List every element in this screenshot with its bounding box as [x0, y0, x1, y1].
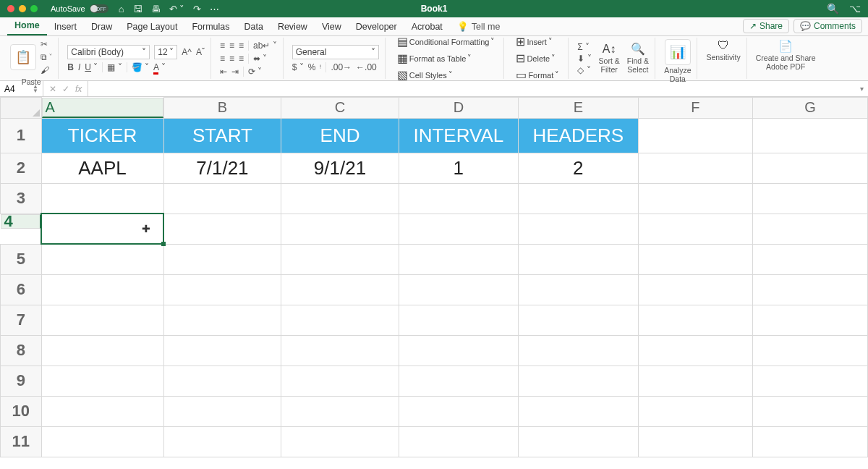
- cell-F1[interactable]: [638, 118, 753, 153]
- cell-F9[interactable]: [638, 366, 753, 396]
- cell-D2[interactable]: 1: [399, 153, 518, 183]
- align-middle-icon[interactable]: ≡: [229, 41, 234, 51]
- decrease-decimal-icon[interactable]: ←.00: [356, 62, 377, 72]
- redo-icon[interactable]: ↷: [193, 4, 201, 14]
- insert-cells-button[interactable]: ⊞Insert ˅: [513, 34, 562, 49]
- cell-G9[interactable]: [753, 366, 868, 396]
- find-select-button[interactable]: 🔍 Find & Select: [627, 42, 649, 74]
- row-header-6[interactable]: 6: [1, 274, 42, 305]
- decrease-font-icon[interactable]: Aˇ: [196, 47, 205, 57]
- row-header-3[interactable]: 3: [1, 183, 42, 214]
- cell-F3[interactable]: [638, 183, 753, 214]
- cell-E7[interactable]: [519, 305, 638, 335]
- cell-A6[interactable]: [41, 274, 163, 305]
- cell-G4[interactable]: [753, 214, 868, 244]
- font-name-select[interactable]: Calibri (Body)˅: [67, 45, 150, 59]
- cell-C6[interactable]: [281, 274, 399, 305]
- cell-G2[interactable]: [753, 153, 868, 183]
- enter-icon[interactable]: ✓: [62, 84, 69, 94]
- cell-D5[interactable]: [399, 244, 518, 274]
- cell-F11[interactable]: [638, 426, 753, 457]
- cell-G7[interactable]: [753, 305, 868, 335]
- cell-G10[interactable]: [753, 396, 868, 426]
- cell-C2[interactable]: 9/1/21: [281, 153, 399, 183]
- col-header-D[interactable]: D: [399, 98, 518, 119]
- tell-me[interactable]: 💡 Tell me: [450, 17, 508, 35]
- font-size-select[interactable]: 12˅: [154, 45, 177, 59]
- cell-C4[interactable]: [281, 214, 399, 244]
- cell-D7[interactable]: [399, 305, 518, 335]
- cell-B7[interactable]: [163, 305, 281, 335]
- cell-A4[interactable]: ✚: [41, 214, 163, 244]
- cell-E6[interactable]: [519, 274, 638, 305]
- cell-F5[interactable]: [638, 244, 753, 274]
- paste-button[interactable]: 📋: [10, 44, 36, 70]
- cell-C10[interactable]: [281, 396, 399, 426]
- cell-F7[interactable]: [638, 305, 753, 335]
- name-box-spinner[interactable]: ▲▼: [33, 85, 38, 93]
- cell-D3[interactable]: [399, 183, 518, 214]
- tab-insert[interactable]: Insert: [47, 18, 84, 35]
- col-header-E[interactable]: E: [519, 98, 638, 119]
- cell-G3[interactable]: [753, 183, 868, 214]
- row-header-2[interactable]: 2: [1, 153, 42, 183]
- toggle-switch[interactable]: OFF: [90, 4, 109, 13]
- cell-E11[interactable]: [519, 426, 638, 457]
- merge-button[interactable]: ⬌ ˅: [253, 54, 267, 64]
- cell-A10[interactable]: [41, 396, 163, 426]
- align-right-icon[interactable]: ≡: [239, 54, 244, 64]
- comments-button[interactable]: 💬 Comments: [793, 19, 862, 33]
- align-left-icon[interactable]: ≡: [220, 54, 225, 64]
- tab-acrobat[interactable]: Acrobat: [404, 18, 450, 35]
- tab-data[interactable]: Data: [237, 18, 270, 35]
- cell-G1[interactable]: [753, 118, 868, 153]
- cell-G5[interactable]: [753, 244, 868, 274]
- bold-button[interactable]: B: [67, 62, 74, 72]
- number-format-select[interactable]: General˅: [292, 45, 379, 59]
- increase-indent-icon[interactable]: ⇥: [231, 67, 239, 77]
- cell-C11[interactable]: [281, 426, 399, 457]
- format-cells-button[interactable]: ▭Format ˅: [513, 67, 562, 83]
- cell-B5[interactable]: [163, 244, 281, 274]
- cell-D6[interactable]: [399, 274, 518, 305]
- decrease-indent-icon[interactable]: ⇤: [220, 67, 227, 77]
- copy-icon[interactable]: ⧉ ˅: [41, 52, 52, 62]
- search-icon[interactable]: 🔍: [827, 3, 839, 14]
- cell-E10[interactable]: [519, 396, 638, 426]
- fill-color-button[interactable]: 🪣 ˅: [132, 62, 149, 72]
- cell-B6[interactable]: [163, 274, 281, 305]
- cell-C7[interactable]: [281, 305, 399, 335]
- format-painter-icon[interactable]: 🖌: [41, 65, 52, 75]
- row-header-8[interactable]: 8: [1, 335, 42, 366]
- cell-B11[interactable]: [163, 426, 281, 457]
- formula-input[interactable]: ▾: [88, 81, 868, 96]
- cell-C1[interactable]: END: [281, 118, 399, 153]
- currency-button[interactable]: $ ˅: [292, 62, 304, 72]
- cell-D8[interactable]: [399, 335, 518, 366]
- sort-filter-button[interactable]: A↕ Sort & Filter: [599, 43, 620, 74]
- cell-D1[interactable]: INTERVAL: [399, 118, 518, 153]
- tab-formulas[interactable]: Formulas: [184, 18, 237, 35]
- cell-B4[interactable]: [163, 214, 281, 244]
- more-icon[interactable]: ⋯: [210, 4, 219, 14]
- share-button[interactable]: ↗ Share: [743, 19, 789, 33]
- delete-cells-button[interactable]: ⊟Delete ˅: [513, 51, 562, 66]
- font-color-button[interactable]: A ˅: [153, 62, 166, 72]
- increase-decimal-icon[interactable]: .00→: [331, 62, 352, 72]
- align-bottom-icon[interactable]: ≡: [239, 41, 244, 51]
- undo-icon[interactable]: ↶ ˅: [169, 4, 185, 14]
- cell-C5[interactable]: [281, 244, 399, 274]
- home-icon[interactable]: ⌂: [119, 4, 124, 14]
- format-as-table-button[interactable]: ▦Format as Table ˅: [394, 51, 498, 66]
- italic-button[interactable]: I: [78, 62, 80, 72]
- cell-styles-button[interactable]: ▧Cell Styles ˅: [394, 67, 498, 83]
- close-window-button[interactable]: [7, 5, 14, 12]
- cell-E3[interactable]: [519, 183, 638, 214]
- ribbon-options-icon[interactable]: ⌥: [849, 3, 861, 14]
- cell-E5[interactable]: [519, 244, 638, 274]
- col-header-F[interactable]: F: [638, 98, 753, 119]
- cell-G6[interactable]: [753, 274, 868, 305]
- name-box[interactable]: A4 ▲▼: [0, 81, 43, 96]
- comma-button[interactable]: ᵎ: [320, 62, 321, 72]
- tab-home[interactable]: Home: [7, 17, 47, 35]
